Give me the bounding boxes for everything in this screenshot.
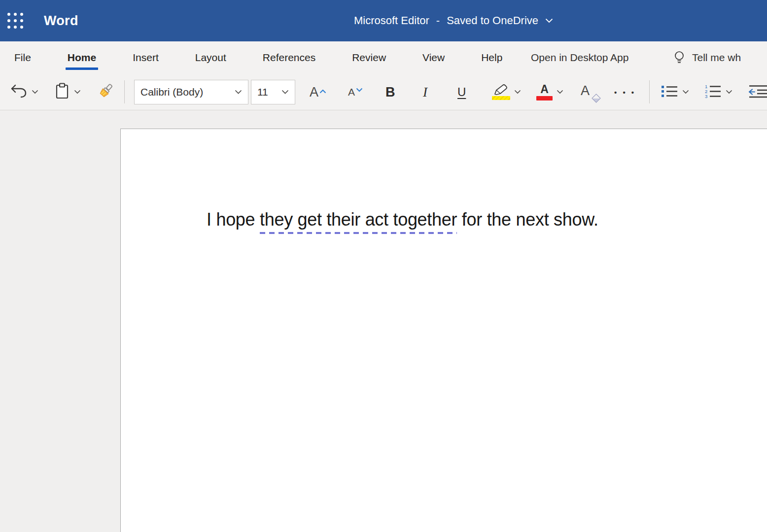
tab-references[interactable]: References xyxy=(262,50,316,66)
decrease-indent-button[interactable] xyxy=(748,84,767,100)
italic-icon: I xyxy=(423,85,427,99)
document-title: Microsoft Editor xyxy=(354,14,429,27)
chevron-down-icon xyxy=(235,90,242,95)
bullet-list-icon xyxy=(661,84,678,100)
text-highlight-button[interactable] xyxy=(492,84,521,100)
grammar-suggestion-underline[interactable]: they get their act together xyxy=(260,209,457,234)
active-tab-underline xyxy=(66,67,98,70)
undo-icon xyxy=(10,84,28,100)
numbered-list-icon: 1 2 3 xyxy=(704,84,722,100)
format-painter-icon xyxy=(97,83,115,101)
tab-insert[interactable]: Insert xyxy=(132,50,160,66)
font-size-combobox[interactable]: 11 xyxy=(251,80,295,104)
underline-icon: U xyxy=(457,86,466,98)
clear-formatting-button[interactable]: A xyxy=(580,82,600,102)
font-color-button[interactable]: A xyxy=(536,84,563,100)
format-painter-button[interactable] xyxy=(97,83,115,101)
paste-dropdown-chevron-icon[interactable] xyxy=(74,90,81,94)
document-page[interactable]: I hope they get their act together for t… xyxy=(120,129,767,532)
app-name: Word xyxy=(44,13,78,29)
grow-font-icon: A xyxy=(310,84,325,100)
open-in-desktop-app-button[interactable]: Open in Desktop App xyxy=(531,41,628,74)
toolbar-divider xyxy=(649,80,650,103)
chevron-down-icon xyxy=(281,90,289,95)
tab-layout[interactable]: Layout xyxy=(194,50,227,66)
svg-text:3: 3 xyxy=(705,93,707,99)
title-bar: Word Microsoft Editor - Saved to OneDriv… xyxy=(0,0,767,41)
chevron-down-icon xyxy=(545,18,553,23)
app-launcher-waffle-icon[interactable] xyxy=(5,11,25,31)
more-font-options-button[interactable]: • • • xyxy=(614,88,636,96)
shrink-font-button[interactable]: A xyxy=(348,86,362,98)
numbered-list-dropdown-chevron-icon[interactable] xyxy=(726,90,732,94)
font-name-combobox[interactable]: Calibri (Body) xyxy=(134,80,248,104)
font-color-icon: A xyxy=(536,84,553,100)
sentence-prefix: I hope xyxy=(207,209,260,230)
highlighter-pen-icon xyxy=(492,84,510,100)
document-title-menu[interactable]: Microsoft Editor - Saved to OneDrive xyxy=(354,0,553,41)
highlight-dropdown-chevron-icon[interactable] xyxy=(514,90,521,94)
bullet-list-button[interactable] xyxy=(661,84,689,100)
tab-view[interactable]: View xyxy=(421,50,446,66)
document-canvas: I hope they get their act together for t… xyxy=(0,111,767,532)
grow-font-button[interactable]: A xyxy=(310,84,325,100)
italic-button[interactable]: I xyxy=(423,85,427,99)
lightbulb-icon xyxy=(673,50,685,65)
numbered-list-button[interactable]: 1 2 3 xyxy=(704,84,732,100)
undo-button[interactable] xyxy=(10,84,38,100)
decrease-indent-icon xyxy=(748,84,767,100)
bold-button[interactable]: B xyxy=(385,85,395,99)
shrink-font-icon: A xyxy=(348,86,362,98)
toolbar-divider xyxy=(124,80,125,103)
ellipsis-icon: • • • xyxy=(614,88,636,96)
bold-icon: B xyxy=(385,85,395,99)
paste-button[interactable] xyxy=(54,83,81,101)
underline-button[interactable]: U xyxy=(457,86,466,98)
clipboard-icon xyxy=(54,83,70,101)
tab-review[interactable]: Review xyxy=(351,50,387,66)
undo-dropdown-chevron-icon[interactable] xyxy=(32,90,38,94)
tab-help[interactable]: Help xyxy=(480,50,503,66)
tab-home[interactable]: Home xyxy=(67,50,97,66)
save-status: Saved to OneDrive xyxy=(447,14,538,27)
clear-formatting-icon: A xyxy=(580,82,600,102)
tell-me-button[interactable]: Tell me wh xyxy=(673,41,741,74)
font-color-dropdown-chevron-icon[interactable] xyxy=(557,90,563,94)
sentence-suffix: for the next show. xyxy=(457,209,598,230)
tab-file[interactable]: File xyxy=(13,50,32,66)
ribbon-tab-bar: File Home Insert Layout References Revie… xyxy=(0,41,767,74)
title-separator: - xyxy=(436,14,440,27)
document-text-line[interactable]: I hope they get their act together for t… xyxy=(207,209,598,230)
home-ribbon-toolbar: Calibri (Body) 11 A A B I U xyxy=(0,74,767,110)
bullet-list-dropdown-chevron-icon[interactable] xyxy=(682,90,689,94)
